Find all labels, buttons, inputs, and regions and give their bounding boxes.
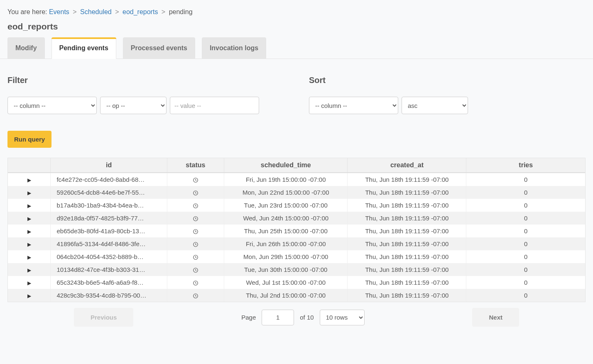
page-of-label: of 10	[300, 314, 314, 321]
col-header-status: status	[167, 158, 224, 173]
sort-heading: Sort	[309, 76, 586, 85]
expand-row-icon[interactable]: ▶	[27, 267, 31, 273]
previous-button[interactable]: Previous	[74, 308, 133, 327]
cell-id: fc4e272e-cc05-4de0-8abd-68…	[51, 173, 167, 186]
chevron-right-icon: >	[162, 8, 165, 15]
clock-icon	[193, 215, 198, 222]
table-row: ▶59260c54-dcb8-44e6-be7f-55…Mon, Jun 22n…	[8, 186, 585, 199]
cell-tries: 0	[466, 250, 585, 263]
filter-op-select[interactable]: -- op --	[100, 97, 167, 114]
cell-scheduled-time: Fri, Jun 19th 15:00:00 -07:00	[224, 173, 348, 186]
table-row: ▶eb65de3b-80fd-41a9-80cb-13…Thu, Jun 25t…	[8, 225, 585, 237]
expand-row-icon[interactable]: ▶	[27, 242, 31, 247]
chevron-right-icon: >	[73, 8, 76, 15]
cell-tries: 0	[466, 212, 585, 225]
cell-created-at: Thu, Jun 18th 19:11:59 -07:00	[348, 263, 466, 276]
expand-row-icon[interactable]: ▶	[27, 203, 31, 209]
clock-icon	[193, 279, 198, 286]
clock-icon	[193, 176, 198, 183]
cell-id: 10134d82-47ce-4f3b-b303-31…	[51, 263, 167, 276]
table-row: ▶064cb204-4054-4352-b889-b…Mon, Jun 29th…	[8, 250, 585, 263]
cell-id: eb65de3b-80fd-41a9-80cb-13…	[51, 225, 167, 237]
col-header-scheduled-time: scheduled_time	[224, 158, 348, 173]
clock-icon	[193, 227, 198, 235]
cell-scheduled-time: Thu, Jun 25th 15:00:00 -07:00	[224, 225, 348, 237]
cell-created-at: Thu, Jun 18th 19:11:59 -07:00	[348, 237, 466, 250]
cell-scheduled-time: Thu, Jul 2nd 15:00:00 -07:00	[224, 289, 348, 302]
cell-id: 59260c54-dcb8-44e6-be7f-55…	[51, 186, 167, 199]
clock-icon	[193, 292, 198, 299]
col-header-created-at: created_at	[348, 158, 466, 173]
sort-column-select[interactable]: -- column --	[309, 97, 398, 114]
rows-per-page-select[interactable]: 10 rows	[320, 310, 365, 325]
cell-scheduled-time: Fri, Jun 26th 15:00:00 -07:00	[224, 237, 348, 250]
run-query-button[interactable]: Run query	[7, 131, 51, 148]
tab-invocation-logs[interactable]: Invocation logs	[202, 37, 266, 59]
expand-row-icon[interactable]: ▶	[27, 190, 31, 196]
cell-created-at: Thu, Jun 18th 19:11:59 -07:00	[348, 199, 466, 212]
cell-created-at: Thu, Jun 18th 19:11:59 -07:00	[348, 276, 466, 289]
breadcrumb-current: pending	[169, 8, 193, 15]
col-header-id: id	[51, 158, 167, 173]
cell-scheduled-time: Wed, Jul 1st 15:00:00 -07:00	[224, 276, 348, 289]
cell-tries: 0	[466, 289, 585, 302]
events-table: id status scheduled_time created_at trie…	[7, 158, 586, 302]
cell-created-at: Thu, Jun 18th 19:11:59 -07:00	[348, 173, 466, 186]
tab-pending-events[interactable]: Pending events	[51, 37, 116, 59]
breadcrumb-prefix: You are here:	[7, 8, 47, 15]
cell-id: 41896fa5-3134-4d4f-8486-3fe…	[51, 237, 167, 250]
pagination: Previous Page of 10 10 rows Next	[7, 302, 586, 327]
next-button[interactable]: Next	[472, 308, 519, 327]
filter-column-select[interactable]: -- column --	[7, 97, 97, 114]
expand-row-icon[interactable]: ▶	[27, 280, 31, 286]
table-row: ▶fc4e272e-cc05-4de0-8abd-68…Fri, Jun 19t…	[8, 173, 585, 186]
table-row: ▶428c9c3b-9354-4cd8-b795-00…Thu, Jul 2nd…	[8, 289, 585, 302]
breadcrumb-link-events[interactable]: Events	[49, 8, 69, 15]
clock-icon	[193, 266, 198, 273]
cell-created-at: Thu, Jun 18th 19:11:59 -07:00	[348, 225, 466, 237]
clock-icon	[193, 253, 198, 260]
cell-id: 428c9c3b-9354-4cd8-b795-00…	[51, 289, 167, 302]
cell-id: 064cb204-4054-4352-b889-b…	[51, 250, 167, 263]
clock-icon	[193, 240, 198, 247]
expand-row-icon[interactable]: ▶	[27, 293, 31, 299]
filter-section: Filter -- column -- -- op --	[7, 76, 284, 114]
sort-direction-select[interactable]: asc	[402, 97, 468, 114]
table-row: ▶65c3243b-b6e5-4af6-a6a9-f8…Wed, Jul 1st…	[8, 276, 585, 289]
breadcrumb-link-scheduled[interactable]: Scheduled	[80, 8, 112, 15]
expand-row-icon[interactable]: ▶	[27, 229, 31, 235]
expand-row-icon[interactable]: ▶	[27, 254, 31, 260]
cell-created-at: Thu, Jun 18th 19:11:59 -07:00	[348, 186, 466, 199]
cell-id: 65c3243b-b6e5-4af6-a6a9-f8…	[51, 276, 167, 289]
col-header-tries: tries	[466, 158, 585, 173]
tab-processed-events[interactable]: Processed events	[123, 37, 195, 59]
table-row: ▶41896fa5-3134-4d4f-8486-3fe…Fri, Jun 26…	[8, 237, 585, 250]
filter-value-input[interactable]	[170, 97, 259, 114]
clock-icon	[193, 202, 198, 209]
cell-scheduled-time: Mon, Jun 22nd 15:00:00 -07:00	[224, 186, 348, 199]
cell-created-at: Thu, Jun 18th 19:11:59 -07:00	[348, 289, 466, 302]
cell-tries: 0	[466, 173, 585, 186]
breadcrumb: You are here: Events > Scheduled > eod_r…	[0, 0, 593, 22]
filter-heading: Filter	[7, 76, 284, 85]
breadcrumb-link-eod-reports[interactable]: eod_reports	[123, 8, 158, 15]
cell-tries: 0	[466, 186, 585, 199]
sort-section: Sort -- column -- asc	[309, 76, 586, 114]
cell-scheduled-time: Tue, Jun 30th 15:00:00 -07:00	[224, 263, 348, 276]
cell-tries: 0	[466, 263, 585, 276]
expand-row-icon[interactable]: ▶	[27, 216, 31, 222]
cell-created-at: Thu, Jun 18th 19:11:59 -07:00	[348, 250, 466, 263]
cell-scheduled-time: Tue, Jun 23rd 15:00:00 -07:00	[224, 199, 348, 212]
table-row: ▶d92e18da-0f57-4825-b3f9-77…Wed, Jun 24t…	[8, 212, 585, 225]
cell-tries: 0	[466, 225, 585, 237]
cell-tries: 0	[466, 276, 585, 289]
expand-row-icon[interactable]: ▶	[27, 177, 31, 183]
col-header-expand	[8, 158, 51, 173]
cell-id: b17a4b30-1ba9-43b4-b4ea-b…	[51, 199, 167, 212]
tab-modify[interactable]: Modify	[7, 37, 45, 59]
cell-id: d92e18da-0f57-4825-b3f9-77…	[51, 212, 167, 225]
table-row: ▶10134d82-47ce-4f3b-b303-31…Tue, Jun 30t…	[8, 263, 585, 276]
page-number-input[interactable]	[262, 310, 294, 325]
clock-icon	[193, 189, 198, 196]
cell-scheduled-time: Mon, Jun 29th 15:00:00 -07:00	[224, 250, 348, 263]
